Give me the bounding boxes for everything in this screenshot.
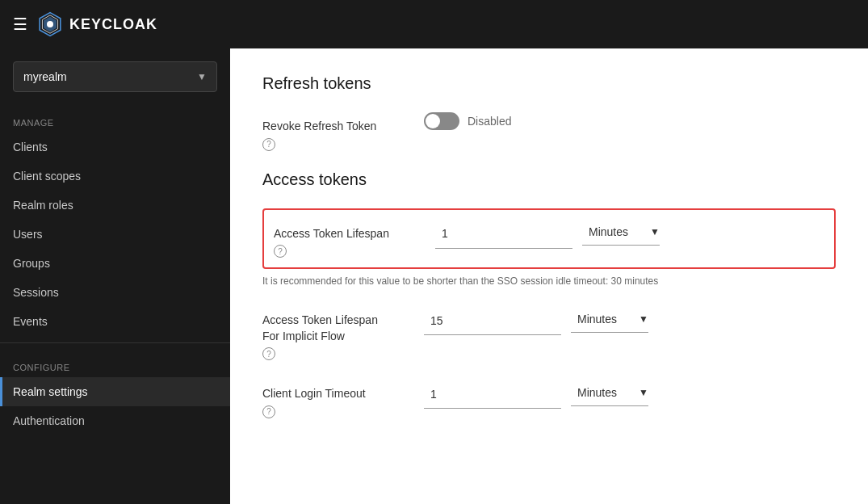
revoke-refresh-token-help-icon[interactable]: ? — [262, 138, 275, 151]
revoke-refresh-token-control: Disabled — [424, 112, 836, 130]
sidebar-item-events-label: Events — [13, 315, 48, 328]
sidebar-item-groups-label: Groups — [13, 257, 50, 270]
access-token-lifespan-hint: It is recommended for this value to be s… — [262, 275, 836, 287]
implicit-flow-row: Access Token Lifespan For Implicit Flow … — [262, 306, 836, 360]
implicit-flow-unit-value: Minutes — [571, 309, 635, 329]
keycloak-logo-icon — [37, 11, 63, 37]
manage-section-label: Manage — [0, 105, 230, 132]
revoke-refresh-token-toggle[interactable] — [424, 112, 459, 130]
implicit-flow-control: Minutes ▼ — [424, 306, 836, 335]
revoke-refresh-token-row: Revoke Refresh Token ? Disabled — [262, 112, 836, 151]
revoke-refresh-toggle-container: Disabled — [424, 112, 511, 130]
access-token-lifespan-label-container: Access Token Lifespan ? — [274, 220, 435, 258]
refresh-tokens-title: Refresh tokens — [262, 74, 836, 93]
client-login-timeout-unit-value: Minutes — [571, 383, 635, 402]
access-token-lifespan-input[interactable] — [435, 220, 572, 249]
toggle-knob — [426, 114, 440, 128]
client-login-timeout-label: Client Login Timeout — [262, 386, 424, 402]
sidebar-item-realm-settings-label: Realm settings — [13, 385, 88, 398]
main-layout: myrealm ▼ Manage Clients Client scopes R… — [0, 48, 868, 504]
sidebar-item-users[interactable]: Users — [0, 220, 230, 249]
access-token-lifespan-help-icon[interactable]: ? — [274, 245, 287, 258]
client-login-timeout-help-icon[interactable]: ? — [262, 405, 275, 418]
sidebar-item-realm-roles[interactable]: Realm roles — [0, 191, 230, 220]
client-login-timeout-unit-select[interactable]: Minutes ▼ — [571, 383, 648, 406]
sidebar-item-sessions-label: Sessions — [13, 286, 59, 299]
revoke-refresh-token-label: Revoke Refresh Token — [262, 119, 424, 135]
configure-section-label: Configure — [0, 350, 230, 377]
implicit-flow-help-icon[interactable]: ? — [262, 347, 275, 360]
sidebar-item-realm-settings[interactable]: Realm settings — [0, 377, 230, 406]
svg-point-3 — [47, 21, 53, 27]
sidebar-divider — [0, 342, 230, 343]
revoke-refresh-token-label-container: Revoke Refresh Token ? — [262, 112, 424, 151]
sidebar-item-authentication[interactable]: Authentication — [0, 406, 230, 435]
sidebar-item-realm-roles-label: Realm roles — [13, 199, 73, 212]
client-login-timeout-control: Minutes ▼ — [424, 380, 836, 409]
sidebar-item-users-label: Users — [13, 228, 43, 241]
client-login-timeout-input[interactable] — [424, 380, 561, 409]
implicit-flow-unit-arrow-icon: ▼ — [639, 313, 648, 325]
logo-text: KEYCLOAK — [69, 16, 157, 33]
sidebar: myrealm ▼ Manage Clients Client scopes R… — [0, 48, 230, 504]
sidebar-item-clients[interactable]: Clients — [0, 132, 230, 162]
sidebar-item-sessions[interactable]: Sessions — [0, 278, 230, 307]
access-token-lifespan-highlighted-row: Access Token Lifespan ? Minutes ▼ — [262, 208, 836, 270]
client-login-timeout-label-container: Client Login Timeout ? — [262, 380, 424, 418]
content-area: Refresh tokens Revoke Refresh Token ? Di… — [230, 48, 868, 504]
sidebar-item-events[interactable]: Events — [0, 307, 230, 336]
sidebar-item-client-scopes[interactable]: Client scopes — [0, 162, 230, 191]
access-tokens-title: Access tokens — [262, 170, 836, 189]
implicit-flow-unit-select[interactable]: Minutes ▼ — [571, 309, 648, 333]
sidebar-item-client-scopes-label: Client scopes — [13, 170, 81, 183]
access-token-lifespan-unit-value: Minutes — [582, 222, 647, 242]
sidebar-item-groups[interactable]: Groups — [0, 249, 230, 278]
realm-name: myrealm — [23, 70, 67, 83]
access-token-lifespan-control: Minutes ▼ — [435, 220, 824, 249]
realm-selector[interactable]: myrealm ▼ — [13, 61, 217, 92]
top-navigation: ☰ KEYCLOAK — [0, 0, 868, 48]
access-token-lifespan-field: Access Token Lifespan ? Minutes ▼ It is … — [262, 208, 836, 288]
hamburger-icon[interactable]: ☰ — [13, 15, 27, 34]
implicit-flow-label-container: Access Token Lifespan For Implicit Flow … — [262, 306, 424, 360]
client-login-timeout-row: Client Login Timeout ? Minutes ▼ — [262, 380, 836, 418]
access-token-lifespan-unit-arrow-icon: ▼ — [650, 226, 660, 237]
sidebar-item-authentication-label: Authentication — [13, 414, 85, 427]
realm-dropdown-icon: ▼ — [197, 71, 207, 82]
implicit-flow-label: Access Token Lifespan For Implicit Flow — [262, 313, 424, 344]
revoke-refresh-token-status: Disabled — [468, 115, 511, 128]
logo-container: KEYCLOAK — [37, 11, 157, 37]
client-login-timeout-unit-arrow-icon: ▼ — [639, 387, 648, 398]
access-token-lifespan-unit-select[interactable]: Minutes ▼ — [582, 222, 660, 246]
implicit-flow-input[interactable] — [424, 306, 561, 335]
access-token-lifespan-label: Access Token Lifespan — [274, 226, 435, 242]
sidebar-item-clients-label: Clients — [13, 141, 48, 153]
